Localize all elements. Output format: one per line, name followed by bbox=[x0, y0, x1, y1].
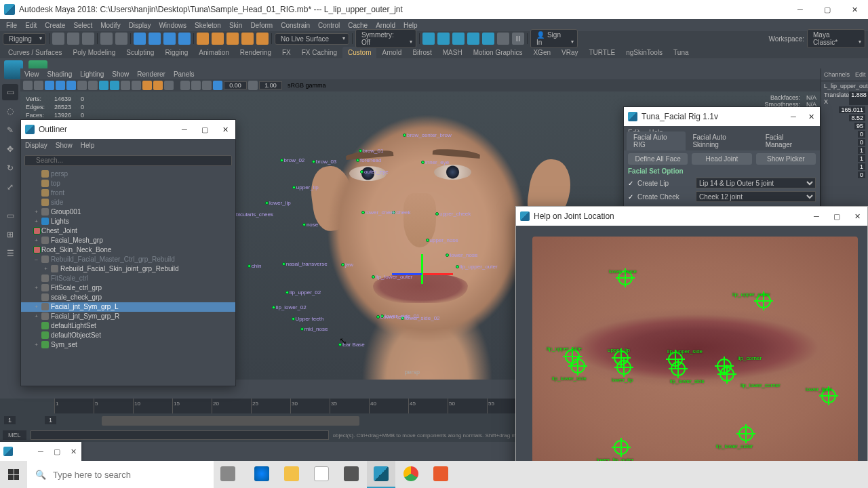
outliner-menu-help[interactable]: Help bbox=[81, 142, 95, 149]
outliner-item[interactable]: defaultLightSet bbox=[21, 321, 235, 331]
menu-create[interactable]: Create bbox=[41, 20, 68, 30]
snap-plane-icon[interactable] bbox=[241, 33, 254, 45]
move-manipulator-y[interactable] bbox=[421, 254, 423, 284]
tuna-titlebar[interactable]: Tuna_Facial Rig 1.1v ─ ✕ bbox=[624, 107, 820, 126]
task-view[interactable] bbox=[214, 461, 242, 488]
outliner-item[interactable]: +Chest_Joint bbox=[21, 226, 235, 236]
vp-menu-lighting[interactable]: Lighting bbox=[80, 70, 104, 78]
create-lip-check[interactable]: ✓ bbox=[628, 180, 633, 187]
maximize-button[interactable]: ▢ bbox=[827, 207, 847, 226]
vp-icon[interactable] bbox=[23, 81, 33, 90]
expand-icon[interactable]: + bbox=[33, 209, 39, 215]
undo-icon[interactable] bbox=[100, 33, 113, 45]
maya-app[interactable] bbox=[367, 461, 395, 488]
show-picker-button[interactable]: Show Picker bbox=[756, 153, 816, 165]
background-window[interactable]: ─▢✕ bbox=[0, 442, 81, 461]
menu-deform[interactable]: Deform bbox=[247, 20, 276, 30]
vp-icon[interactable] bbox=[34, 81, 43, 90]
shelf-tab[interactable]: Rigging bbox=[159, 47, 193, 58]
channel-attr[interactable]: 1 bbox=[821, 155, 868, 163]
menu-skin[interactable]: Skin bbox=[226, 20, 245, 30]
playblast-icon[interactable] bbox=[497, 33, 509, 45]
range-cur[interactable]: 1 bbox=[45, 416, 56, 424]
shelf-tab[interactable]: XGen bbox=[528, 47, 556, 58]
vp-icon[interactable] bbox=[66, 81, 76, 90]
expand-icon[interactable]: + bbox=[33, 237, 39, 243]
menu-select[interactable]: Select bbox=[70, 20, 96, 30]
shelf-tab[interactable]: Rendering bbox=[235, 47, 277, 58]
vp-icon[interactable] bbox=[132, 81, 141, 90]
shelf-tab[interactable]: Poly Modeling bbox=[67, 47, 121, 58]
outliner-item[interactable]: FitScale_ctrl bbox=[21, 274, 235, 283]
open-scene-icon[interactable] bbox=[67, 33, 79, 45]
shelf-tab[interactable]: Motion Graphics bbox=[468, 47, 528, 58]
minimize-button[interactable]: ─ bbox=[785, 107, 802, 126]
menu-skeleton[interactable]: Skeleton bbox=[191, 20, 224, 30]
snap-curve-icon[interactable] bbox=[212, 33, 224, 45]
channel-attr[interactable]: 0 bbox=[821, 171, 868, 179]
range-start[interactable]: 1 bbox=[4, 416, 16, 424]
vp-icon[interactable] bbox=[121, 81, 130, 90]
outliner-item[interactable]: +Facial_Mesh_grp bbox=[21, 236, 235, 245]
channel-attr[interactable]: Translate X1.888 bbox=[821, 91, 868, 106]
expand-icon[interactable]: + bbox=[33, 218, 39, 224]
vp-icon[interactable] bbox=[180, 81, 190, 90]
outliner-item[interactable]: +Group001 bbox=[21, 207, 235, 217]
maximize-button[interactable]: ▢ bbox=[49, 447, 65, 456]
chan-menu[interactable]: Edit bbox=[855, 71, 866, 78]
outliner-item[interactable]: +Facial_jnt_Sym_grp_L bbox=[21, 302, 235, 312]
expand-icon[interactable]: – bbox=[33, 256, 39, 262]
select-mode-icon[interactable] bbox=[134, 33, 146, 45]
expand-icon[interactable]: + bbox=[33, 313, 39, 319]
vp-icon[interactable] bbox=[164, 81, 174, 90]
outliner-item[interactable]: front bbox=[21, 188, 235, 198]
shelf-tab[interactable]: Sculpting bbox=[121, 47, 159, 58]
paint-select-tool[interactable]: ✎ bbox=[2, 122, 18, 138]
move-manipulator-x[interactable] bbox=[423, 273, 453, 275]
tuna-tab[interactable]: Facial Auto Skinning bbox=[686, 131, 758, 150]
close-button[interactable]: ✕ bbox=[841, 0, 868, 19]
snap-surface-icon[interactable] bbox=[256, 33, 269, 45]
command-input[interactable] bbox=[31, 430, 329, 440]
search-input[interactable] bbox=[24, 155, 232, 166]
store-app[interactable] bbox=[307, 461, 336, 488]
range-bar[interactable] bbox=[102, 416, 359, 426]
vp-number1[interactable]: 0.00 bbox=[224, 81, 247, 89]
outliner-item[interactable]: scale_check_grp bbox=[21, 293, 235, 302]
channel-attr[interactable]: 0 bbox=[821, 130, 868, 138]
vp-icon[interactable] bbox=[88, 81, 98, 90]
minimize-button[interactable]: ─ bbox=[174, 120, 195, 139]
shelf-tab[interactable]: Arnold bbox=[376, 47, 407, 58]
close-button[interactable]: ✕ bbox=[65, 447, 81, 456]
render-view-icon[interactable] bbox=[467, 33, 479, 45]
shelf-tab[interactable]: FX bbox=[277, 47, 296, 58]
outliner-item[interactable]: +Root_Skin_Neck_Bone bbox=[21, 245, 235, 255]
outliner-item[interactable]: defaultObjectSet bbox=[21, 331, 235, 340]
shelf-tab[interactable]: MASH bbox=[437, 47, 468, 58]
symmetry-dropdown[interactable]: Symmetry: Off bbox=[355, 29, 416, 48]
outliner-item[interactable]: +FitScale_ctrl_grp bbox=[21, 283, 235, 293]
close-button[interactable]: ✕ bbox=[847, 207, 867, 226]
object-mode-icon[interactable] bbox=[178, 33, 191, 45]
expand-icon[interactable]: + bbox=[33, 228, 39, 234]
close-button[interactable]: ✕ bbox=[802, 107, 820, 126]
tuna-tab[interactable]: Facial Manager bbox=[759, 131, 817, 150]
snap-point-icon[interactable] bbox=[226, 33, 239, 45]
vp-icon[interactable] bbox=[191, 81, 201, 90]
expand-icon[interactable]: + bbox=[43, 266, 49, 272]
outliner-titlebar[interactable]: Outliner ─ ▢ ✕ bbox=[21, 120, 235, 139]
menu-file[interactable]: File bbox=[3, 20, 20, 30]
vp-icon[interactable] bbox=[99, 81, 108, 90]
outliner-item[interactable]: side bbox=[21, 198, 235, 207]
vp-icon[interactable] bbox=[142, 81, 152, 90]
outliner-item[interactable]: +Lights bbox=[21, 217, 235, 226]
outliner-item[interactable]: +Facial_jnt_Sym_grp_R bbox=[21, 312, 235, 321]
move-manipulator-z[interactable] bbox=[392, 273, 422, 275]
hierarchy-mode-icon[interactable] bbox=[163, 33, 176, 45]
menu-windows[interactable]: Windows bbox=[155, 20, 190, 30]
head-joint-button[interactable]: Head Joint bbox=[692, 153, 751, 165]
edge-app[interactable] bbox=[248, 461, 276, 488]
explorer-app[interactable] bbox=[277, 461, 306, 488]
layout-outliner[interactable]: ☰ bbox=[2, 245, 18, 262]
signin-dropdown[interactable]: 👤Sign In bbox=[530, 29, 578, 48]
